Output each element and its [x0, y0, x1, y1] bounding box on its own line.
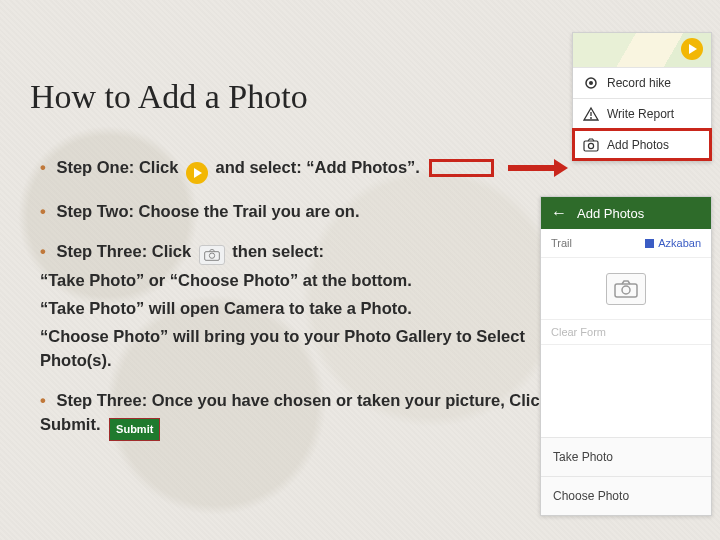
step-one-text-b: and select: “Add Photos”.	[216, 158, 420, 176]
step-three-text-a: Step Three: Click	[56, 242, 191, 260]
instructions: • Step One: Click and select: “Add Photo…	[40, 156, 550, 457]
step-three-text-b: then select:	[232, 242, 324, 260]
phone-menu-screenshot: Record hike Write Report Add Photos	[572, 32, 712, 161]
menu-item-label: Add Photos	[607, 138, 669, 152]
step-three-line1: “Take Photo” or “Choose Photo” at the bo…	[40, 269, 550, 293]
map-thumbnail	[573, 33, 711, 67]
menu-item-add-photos[interactable]: Add Photos	[573, 129, 711, 160]
bullet-icon: •	[40, 391, 46, 409]
step-three-line2: “Take Photo” will open Camera to take a …	[40, 297, 550, 321]
app-header-title: Add Photos	[577, 206, 644, 221]
page-title: How to Add a Photo	[30, 78, 308, 116]
app-header: ← Add Photos	[541, 197, 711, 229]
spacer	[541, 345, 711, 437]
trail-value: Azkaban	[645, 237, 701, 249]
menu-item-label: Write Report	[607, 107, 674, 121]
bullet-icon: •	[40, 242, 46, 260]
bottom-sheet: Take Photo Choose Photo	[541, 437, 711, 515]
camera-icon	[606, 273, 646, 305]
camera-icon	[199, 245, 225, 265]
svg-point-1	[209, 253, 214, 258]
menu-item-record-hike[interactable]: Record hike	[573, 67, 711, 98]
bullet-icon: •	[40, 158, 46, 176]
warning-icon	[583, 106, 599, 122]
clear-form-link[interactable]: Clear Form	[541, 320, 711, 345]
menu-item-label: Record hike	[607, 76, 671, 90]
svg-point-7	[588, 143, 593, 148]
play-icon[interactable]	[681, 38, 703, 60]
trail-field[interactable]: Trail Azkaban	[541, 229, 711, 258]
svg-point-9	[622, 286, 630, 294]
svg-point-5	[590, 117, 592, 119]
highlight-box-icon	[429, 159, 494, 177]
step-three-lead: • Step Three: Click then select:	[40, 240, 550, 265]
bullet-icon: •	[40, 202, 46, 220]
step-one: • Step One: Click and select: “Add Photo…	[40, 156, 550, 184]
step-four: • Step Three: Once you have chosen or ta…	[40, 389, 550, 442]
step-two: • Step Two: Choose the Trail you are on.	[40, 200, 550, 224]
trail-label: Trail	[551, 237, 572, 249]
trail-marker-icon	[645, 239, 654, 248]
record-icon	[583, 75, 599, 91]
option-choose-photo[interactable]: Choose Photo	[541, 476, 711, 515]
add-photo-area[interactable]	[541, 258, 711, 320]
slide: How to Add a Photo • Step One: Click and…	[0, 0, 720, 540]
arrow-right-icon	[508, 161, 568, 175]
add-photos-screenshot: ← Add Photos Trail Azkaban Clear Form Ta…	[540, 196, 712, 516]
submit-button[interactable]: Submit	[109, 418, 160, 442]
back-arrow-icon[interactable]: ←	[551, 205, 567, 221]
play-icon	[186, 162, 208, 184]
step-one-text-a: Step One: Click	[56, 158, 178, 176]
menu-item-write-report[interactable]: Write Report	[573, 98, 711, 129]
trail-value-text: Azkaban	[658, 237, 701, 249]
svg-point-3	[589, 81, 593, 85]
camera-icon	[583, 137, 599, 153]
svg-rect-6	[584, 141, 598, 151]
step-two-text: Step Two: Choose the Trail you are on.	[56, 202, 359, 220]
option-take-photo[interactable]: Take Photo	[541, 437, 711, 476]
step-three-line3: “Choose Photo” will bring you to your Ph…	[40, 325, 550, 373]
